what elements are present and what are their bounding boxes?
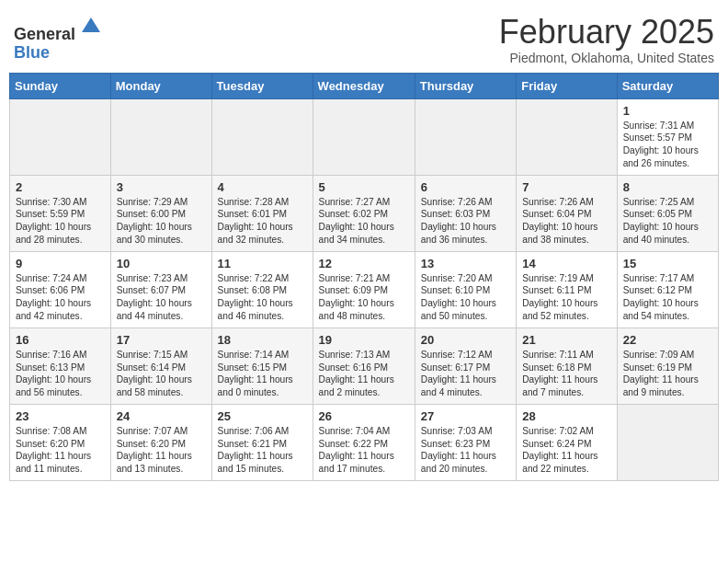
svg-marker-0 xyxy=(82,17,100,32)
day-info: Sunrise: 7:24 AM Sunset: 6:06 PM Dayligh… xyxy=(16,272,105,323)
calendar-cell: 12Sunrise: 7:21 AM Sunset: 6:09 PM Dayli… xyxy=(313,251,415,327)
calendar-cell: 16Sunrise: 7:16 AM Sunset: 6:13 PM Dayli… xyxy=(10,327,111,404)
calendar-cell: 7Sunrise: 7:26 AM Sunset: 6:04 PM Daylig… xyxy=(517,175,617,251)
calendar-day-header: Wednesday xyxy=(313,73,415,98)
day-info: Sunrise: 7:07 AM Sunset: 6:20 PM Dayligh… xyxy=(117,425,206,476)
day-number: 6 xyxy=(421,180,510,194)
calendar-cell: 27Sunrise: 7:03 AM Sunset: 6:23 PM Dayli… xyxy=(415,404,516,480)
calendar-day-header: Friday xyxy=(517,73,617,98)
day-info: Sunrise: 7:26 AM Sunset: 6:04 PM Dayligh… xyxy=(522,196,610,247)
day-info: Sunrise: 7:09 AM Sunset: 6:19 PM Dayligh… xyxy=(623,349,712,399)
calendar-cell: 10Sunrise: 7:23 AM Sunset: 6:07 PM Dayli… xyxy=(110,251,211,327)
day-info: Sunrise: 7:02 AM Sunset: 6:24 PM Dayligh… xyxy=(522,425,610,476)
day-number: 21 xyxy=(522,333,610,347)
day-number: 16 xyxy=(16,333,105,347)
calendar-cell xyxy=(110,98,211,175)
calendar-day-header: Monday xyxy=(110,73,211,98)
logo-blue-text: Blue xyxy=(14,43,50,62)
day-number: 15 xyxy=(623,257,712,270)
day-number: 19 xyxy=(319,333,409,347)
calendar-header-row: SundayMondayTuesdayWednesdayThursdayFrid… xyxy=(10,73,719,98)
day-number: 27 xyxy=(421,409,510,423)
day-info: Sunrise: 7:22 AM Sunset: 6:08 PM Dayligh… xyxy=(218,272,307,323)
day-number: 14 xyxy=(522,257,610,270)
location-text: Piedmont, Oklahoma, United States xyxy=(499,51,714,65)
day-info: Sunrise: 7:17 AM Sunset: 6:12 PM Dayligh… xyxy=(623,272,712,323)
calendar-cell: 9Sunrise: 7:24 AM Sunset: 6:06 PM Daylig… xyxy=(10,251,111,327)
logo-general-text: General xyxy=(14,25,75,43)
day-number: 12 xyxy=(319,257,409,270)
calendar-week-row: 1Sunrise: 7:31 AM Sunset: 5:57 PM Daylig… xyxy=(10,98,719,175)
day-number: 22 xyxy=(623,333,712,347)
day-info: Sunrise: 7:14 AM Sunset: 6:15 PM Dayligh… xyxy=(218,349,307,399)
day-info: Sunrise: 7:16 AM Sunset: 6:13 PM Dayligh… xyxy=(16,349,105,399)
title-block: February 2025 Piedmont, Oklahoma, United… xyxy=(499,14,714,65)
calendar-week-row: 23Sunrise: 7:08 AM Sunset: 6:20 PM Dayli… xyxy=(10,404,719,480)
day-number: 3 xyxy=(117,180,206,194)
logo: General Blue xyxy=(14,14,104,63)
calendar-day-header: Tuesday xyxy=(211,73,313,98)
day-number: 18 xyxy=(218,333,307,347)
day-number: 5 xyxy=(319,180,409,194)
day-info: Sunrise: 7:25 AM Sunset: 6:05 PM Dayligh… xyxy=(623,196,712,247)
calendar-week-row: 2Sunrise: 7:30 AM Sunset: 5:59 PM Daylig… xyxy=(10,175,719,251)
calendar-cell: 20Sunrise: 7:12 AM Sunset: 6:17 PM Dayli… xyxy=(415,327,516,404)
logo-icon xyxy=(78,14,104,40)
day-info: Sunrise: 7:21 AM Sunset: 6:09 PM Dayligh… xyxy=(319,272,409,323)
calendar-day-header: Thursday xyxy=(415,73,516,98)
day-number: 24 xyxy=(117,409,206,423)
calendar-cell xyxy=(211,98,313,175)
calendar-cell: 18Sunrise: 7:14 AM Sunset: 6:15 PM Dayli… xyxy=(211,327,313,404)
page-header: General Blue February 2025 Piedmont, Okl… xyxy=(9,9,719,65)
calendar-cell: 8Sunrise: 7:25 AM Sunset: 6:05 PM Daylig… xyxy=(617,175,718,251)
day-info: Sunrise: 7:03 AM Sunset: 6:23 PM Dayligh… xyxy=(421,425,510,476)
calendar-cell: 6Sunrise: 7:26 AM Sunset: 6:03 PM Daylig… xyxy=(415,175,516,251)
calendar-cell xyxy=(517,98,617,175)
calendar-day-header: Sunday xyxy=(10,73,111,98)
calendar-cell: 17Sunrise: 7:15 AM Sunset: 6:14 PM Dayli… xyxy=(110,327,211,404)
day-info: Sunrise: 7:04 AM Sunset: 6:22 PM Dayligh… xyxy=(319,425,409,476)
calendar-cell xyxy=(10,98,111,175)
day-info: Sunrise: 7:12 AM Sunset: 6:17 PM Dayligh… xyxy=(421,349,510,399)
day-number: 11 xyxy=(218,257,307,270)
day-info: Sunrise: 7:26 AM Sunset: 6:03 PM Dayligh… xyxy=(421,196,510,247)
calendar-cell: 21Sunrise: 7:11 AM Sunset: 6:18 PM Dayli… xyxy=(517,327,617,404)
day-number: 10 xyxy=(117,257,206,270)
day-number: 13 xyxy=(421,257,510,270)
calendar-week-row: 16Sunrise: 7:16 AM Sunset: 6:13 PM Dayli… xyxy=(10,327,719,404)
calendar-cell: 24Sunrise: 7:07 AM Sunset: 6:20 PM Dayli… xyxy=(110,404,211,480)
day-info: Sunrise: 7:29 AM Sunset: 6:00 PM Dayligh… xyxy=(117,196,206,247)
day-number: 17 xyxy=(117,333,206,347)
calendar-cell: 11Sunrise: 7:22 AM Sunset: 6:08 PM Dayli… xyxy=(211,251,313,327)
calendar-week-row: 9Sunrise: 7:24 AM Sunset: 6:06 PM Daylig… xyxy=(10,251,719,327)
day-number: 8 xyxy=(623,180,712,194)
day-number: 1 xyxy=(623,104,712,118)
day-number: 26 xyxy=(319,409,409,423)
day-info: Sunrise: 7:06 AM Sunset: 6:21 PM Dayligh… xyxy=(218,425,307,476)
day-number: 20 xyxy=(421,333,510,347)
day-info: Sunrise: 7:11 AM Sunset: 6:18 PM Dayligh… xyxy=(522,349,610,399)
calendar-cell: 13Sunrise: 7:20 AM Sunset: 6:10 PM Dayli… xyxy=(415,251,516,327)
day-info: Sunrise: 7:19 AM Sunset: 6:11 PM Dayligh… xyxy=(522,272,610,323)
day-number: 2 xyxy=(16,180,105,194)
calendar-cell: 15Sunrise: 7:17 AM Sunset: 6:12 PM Dayli… xyxy=(617,251,718,327)
day-info: Sunrise: 7:28 AM Sunset: 6:01 PM Dayligh… xyxy=(218,196,307,247)
calendar-cell: 22Sunrise: 7:09 AM Sunset: 6:19 PM Dayli… xyxy=(617,327,718,404)
day-info: Sunrise: 7:23 AM Sunset: 6:07 PM Dayligh… xyxy=(117,272,206,323)
day-number: 23 xyxy=(16,409,105,423)
day-number: 28 xyxy=(522,409,610,423)
day-number: 4 xyxy=(218,180,307,194)
calendar-cell: 23Sunrise: 7:08 AM Sunset: 6:20 PM Dayli… xyxy=(10,404,111,480)
day-info: Sunrise: 7:27 AM Sunset: 6:02 PM Dayligh… xyxy=(319,196,409,247)
calendar-cell: 25Sunrise: 7:06 AM Sunset: 6:21 PM Dayli… xyxy=(211,404,313,480)
calendar-cell: 28Sunrise: 7:02 AM Sunset: 6:24 PM Dayli… xyxy=(517,404,617,480)
day-info: Sunrise: 7:13 AM Sunset: 6:16 PM Dayligh… xyxy=(319,349,409,399)
day-number: 9 xyxy=(16,257,105,270)
calendar-cell xyxy=(313,98,415,175)
calendar-cell: 26Sunrise: 7:04 AM Sunset: 6:22 PM Dayli… xyxy=(313,404,415,480)
day-info: Sunrise: 7:08 AM Sunset: 6:20 PM Dayligh… xyxy=(16,425,105,476)
day-info: Sunrise: 7:30 AM Sunset: 5:59 PM Dayligh… xyxy=(16,196,105,247)
calendar-cell: 1Sunrise: 7:31 AM Sunset: 5:57 PM Daylig… xyxy=(617,98,718,175)
calendar-cell xyxy=(415,98,516,175)
calendar-cell: 5Sunrise: 7:27 AM Sunset: 6:02 PM Daylig… xyxy=(313,175,415,251)
